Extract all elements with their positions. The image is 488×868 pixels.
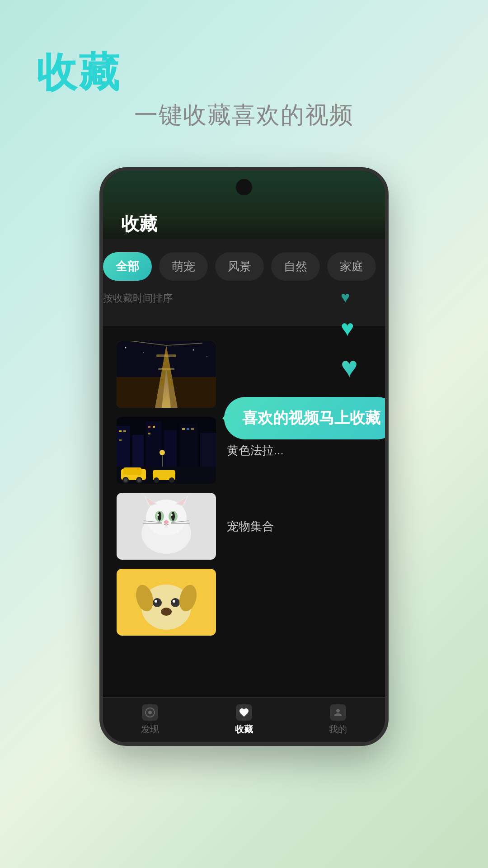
- video-info: 黄色法拉...: [227, 443, 371, 458]
- app-header-title: 收藏: [121, 212, 367, 236]
- svg-point-64: [173, 600, 175, 603]
- tab-discover[interactable]: 发现: [141, 704, 159, 736]
- svg-rect-31: [123, 467, 141, 475]
- tooltip-bubble: 喜欢的视频马上收藏: [224, 397, 385, 439]
- svg-rect-25: [148, 433, 150, 434]
- tab-collection[interactable]: 收藏: [235, 704, 253, 736]
- svg-point-62: [171, 598, 180, 607]
- svg-point-12: [206, 356, 207, 357]
- svg-rect-21: [123, 430, 126, 432]
- svg-point-54: [164, 520, 169, 524]
- filter-tabs: 全部 萌宠 风景 自然 家庭: [103, 252, 385, 281]
- svg-rect-27: [187, 428, 189, 430]
- svg-point-40: [160, 450, 165, 455]
- heart-icon-small: ♥: [341, 288, 358, 306]
- filter-tab-all[interactable]: 全部: [103, 252, 152, 281]
- svg-rect-6: [158, 368, 174, 370]
- svg-point-37: [154, 477, 159, 483]
- svg-point-69: [148, 711, 152, 714]
- discover-icon: [142, 704, 158, 721]
- svg-rect-23: [148, 426, 150, 428]
- video-thumbnail: [117, 493, 216, 560]
- svg-rect-16: [146, 421, 162, 471]
- svg-point-53: [171, 514, 173, 516]
- tab-mine-label: 我的: [329, 723, 347, 736]
- svg-point-61: [153, 598, 162, 607]
- heart-icon-large: ♥: [341, 350, 358, 384]
- svg-rect-18: [180, 424, 198, 471]
- svg-point-9: [125, 347, 127, 349]
- tab-collection-label: 收藏: [235, 723, 253, 736]
- filter-tab-family[interactable]: 家庭: [327, 252, 376, 281]
- thumb-eiffel: [117, 341, 216, 408]
- svg-point-51: [171, 512, 175, 521]
- svg-point-63: [155, 600, 157, 603]
- svg-rect-22: [119, 439, 122, 441]
- video-item[interactable]: 宠物集合: [103, 490, 385, 562]
- svg-point-38: [169, 477, 174, 483]
- video-thumbnail: [117, 417, 216, 484]
- video-info: 宠物集合: [227, 519, 371, 534]
- svg-rect-15: [132, 435, 144, 471]
- tab-mine[interactable]: 我的: [329, 704, 347, 736]
- svg-point-33: [124, 478, 127, 482]
- svg-rect-5: [156, 354, 176, 357]
- svg-rect-26: [182, 428, 185, 430]
- video-item[interactable]: [103, 566, 385, 638]
- page-subtitle: 一键收藏喜欢的视频: [0, 99, 488, 131]
- svg-point-65: [161, 608, 172, 616]
- mine-icon: [330, 704, 346, 721]
- phone-screen: 收藏 全部 萌宠 风景 自然 家庭 按收藏时间排序 ♥ ♥ ♥ ♥ 喜欢的视频马…: [103, 171, 385, 742]
- tab-discover-label: 发现: [141, 723, 159, 736]
- svg-point-52: [157, 514, 159, 516]
- video-title: 黄色法拉...: [227, 443, 371, 458]
- svg-rect-19: [200, 433, 216, 471]
- phone-notch: [236, 179, 252, 195]
- video-thumbnail: [117, 341, 216, 408]
- svg-rect-2: [117, 377, 216, 408]
- svg-rect-28: [191, 428, 194, 430]
- page-title: 收藏: [36, 45, 121, 100]
- svg-point-50: [158, 512, 161, 521]
- svg-rect-14: [117, 426, 130, 471]
- svg-rect-24: [153, 426, 155, 428]
- heart-icon-medium: ♥: [341, 315, 358, 341]
- svg-rect-20: [119, 430, 122, 432]
- bottom-tab-bar: 发现 收藏 我的: [103, 697, 385, 742]
- video-thumbnail: [117, 569, 216, 636]
- filter-tab-scenery[interactable]: 风景: [215, 252, 264, 281]
- filter-tab-nature[interactable]: 自然: [271, 252, 320, 281]
- phone-mockup: 收藏 全部 萌宠 风景 自然 家庭 按收藏时间排序 ♥ ♥ ♥ ♥ 喜欢的视频马…: [99, 167, 389, 746]
- collection-icon: [236, 704, 252, 721]
- svg-point-35: [137, 478, 141, 482]
- video-title: 宠物集合: [227, 519, 371, 534]
- svg-point-10: [143, 352, 144, 353]
- filter-tab-pets[interactable]: 萌宠: [159, 252, 208, 281]
- svg-rect-17: [164, 430, 177, 471]
- svg-point-11: [193, 349, 194, 351]
